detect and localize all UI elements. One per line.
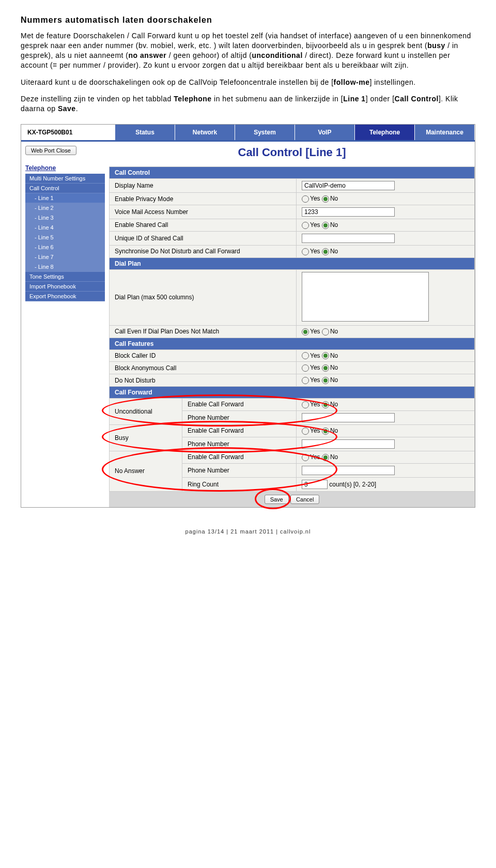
privacy-options: Yes No — [297, 193, 475, 205]
label-display-name: Display Name — [110, 179, 297, 193]
p3e: ] onder [ — [366, 95, 395, 103]
vm-access-input[interactable] — [302, 207, 395, 217]
sidebar-line-6[interactable]: - Line 6 — [25, 242, 105, 252]
sidebar: Web Port Close Telephone Multi Number Se… — [21, 142, 109, 507]
label-enable-cf-busy: Enable Call Forward — [182, 424, 297, 437]
busy-phone-input[interactable] — [302, 439, 395, 449]
sidebar-line-7[interactable]: - Line 7 — [25, 252, 105, 262]
yes-label: Yes — [310, 328, 320, 335]
privacy-yes-radio[interactable] — [302, 195, 309, 203]
save-button[interactable]: Save — [265, 495, 289, 504]
sidebar-title: Telephone — [25, 164, 105, 172]
label-shared-call: Enable Shared Call — [110, 219, 297, 232]
shared-yes-radio[interactable] — [302, 222, 309, 229]
sidebar-item-call-control[interactable]: Call Control — [25, 184, 105, 193]
section-call-forward: Call Forward — [110, 387, 475, 399]
tab-voip[interactable]: VoIP — [295, 125, 355, 140]
uncond-yes-radio[interactable] — [302, 401, 309, 408]
noanswer-yes-radio[interactable] — [302, 454, 309, 461]
yes-label: Yes — [310, 364, 320, 371]
uncond-no-radio[interactable] — [322, 401, 329, 408]
settings-table: Call Control Display Name Enable Privacy… — [109, 166, 475, 491]
dial-plan-textarea[interactable] — [302, 272, 429, 322]
tab-bar: Status Network System VoIP Telephone Mai… — [115, 125, 475, 140]
sidebar-line-5[interactable]: - Line 5 — [25, 233, 105, 242]
shared-no-radio[interactable] — [322, 222, 329, 229]
yes-label: Yes — [310, 376, 320, 384]
sidebar-item-multi-number[interactable]: Multi Number Settings — [25, 174, 105, 184]
tab-telephone[interactable]: Telephone — [355, 125, 415, 140]
sidebar-line-2[interactable]: - Line 2 — [25, 203, 105, 213]
p2c: ] instellingen. — [369, 78, 415, 86]
sidebar-line-8[interactable]: - Line 8 — [25, 262, 105, 272]
block-anon-no-radio[interactable] — [322, 364, 329, 372]
sidebar-item-import[interactable]: Import Phonebook — [25, 282, 105, 292]
busy-yes-radio[interactable] — [302, 428, 309, 435]
sync-no-radio[interactable] — [322, 248, 329, 255]
unique-id-input[interactable] — [302, 234, 395, 243]
section-call-control: Call Control — [110, 167, 475, 179]
web-port-close-button[interactable]: Web Port Close — [25, 146, 76, 155]
section-call-features: Call Features — [110, 338, 475, 349]
block-cid-yes-radio[interactable] — [302, 352, 309, 359]
label-sync-dnd: Synchronise Do Not Disturb and Call Forw… — [110, 245, 297, 257]
page-title: Call Control [Line 1] — [109, 142, 475, 166]
sidebar-line-4[interactable]: - Line 4 — [25, 223, 105, 233]
section-dial-plan: Dial Plan — [110, 257, 475, 269]
p2a: Uiteraard kunt u de doorschakelingen ook… — [21, 78, 334, 86]
yes-label: Yes — [310, 221, 320, 229]
tab-network[interactable]: Network — [175, 125, 235, 140]
no-label: No — [330, 427, 338, 434]
p2b: follow-me — [334, 78, 370, 86]
tab-maintenance[interactable]: Maintenance — [415, 125, 475, 140]
no-label: No — [330, 401, 338, 408]
display-name-input[interactable] — [302, 181, 395, 190]
no-label: No — [330, 352, 338, 359]
label-no-answer: No Answer — [110, 451, 182, 491]
doc-paragraph-1: Met de feature Doorschakelen / Call Forw… — [21, 31, 475, 70]
no-label: No — [330, 328, 338, 335]
uncond-phone-input[interactable] — [302, 413, 395, 422]
sidebar-item-tone[interactable]: Tone Settings — [25, 272, 105, 282]
busy-no-radio[interactable] — [322, 428, 329, 435]
block-cid-no-radio[interactable] — [322, 352, 329, 359]
p3b: Telephone — [174, 95, 211, 103]
label-ring-count: Ring Count — [182, 477, 297, 491]
no-label: No — [330, 376, 338, 384]
sidebar-line-3[interactable]: - Line 3 — [25, 213, 105, 223]
sidebar-item-export[interactable]: Export Phonebook — [25, 292, 105, 301]
yes-label: Yes — [310, 427, 320, 434]
label-unique-id: Unique ID of Shared Call — [110, 231, 297, 245]
tab-system[interactable]: System — [235, 125, 295, 140]
noanswer-enable-options: Yes No — [297, 451, 475, 463]
privacy-no-radio[interactable] — [322, 195, 329, 203]
p3h: Save — [58, 104, 76, 113]
ring-count-hint: count(s) [0, 2-20] — [329, 481, 376, 488]
call-even-no-radio[interactable] — [322, 328, 329, 336]
label-privacy: Enable Privacy Mode — [110, 193, 297, 205]
block-cid-options: Yes No — [297, 349, 475, 362]
p1f: unconditional — [252, 51, 303, 59]
label-enable-cf-uncond: Enable Call Forward — [182, 399, 297, 411]
label-block-anon: Block Anonymous Call — [110, 362, 297, 374]
noanswer-phone-input[interactable] — [302, 466, 395, 475]
dnd-no-radio[interactable] — [322, 377, 329, 384]
doc-paragraph-2: Uiteraard kunt u de doorschakelingen ook… — [21, 78, 475, 87]
tab-status[interactable]: Status — [115, 125, 175, 140]
sync-yes-radio[interactable] — [302, 248, 309, 255]
yes-label: Yes — [310, 195, 320, 202]
p3d: Line 1 — [343, 95, 365, 103]
uncond-enable-options: Yes No — [297, 399, 475, 411]
dnd-yes-radio[interactable] — [302, 377, 309, 384]
ring-count-input[interactable] — [302, 480, 328, 489]
block-anon-yes-radio[interactable] — [302, 364, 309, 372]
yes-label: Yes — [310, 401, 320, 408]
noanswer-no-radio[interactable] — [322, 454, 329, 461]
call-even-yes-radio[interactable] — [302, 328, 309, 336]
sidebar-line-1[interactable]: - Line 1 — [25, 193, 105, 203]
page-footer: pagina 13/14 | 21 maart 2011 | callvoip.… — [21, 528, 475, 535]
label-vm-access: Voice Mail Access Number — [110, 205, 297, 219]
cancel-button[interactable]: Cancel — [290, 495, 319, 504]
app-window: KX-TGP500B01 Status Network System VoIP … — [21, 124, 475, 507]
label-block-cid: Block Caller ID — [110, 349, 297, 362]
